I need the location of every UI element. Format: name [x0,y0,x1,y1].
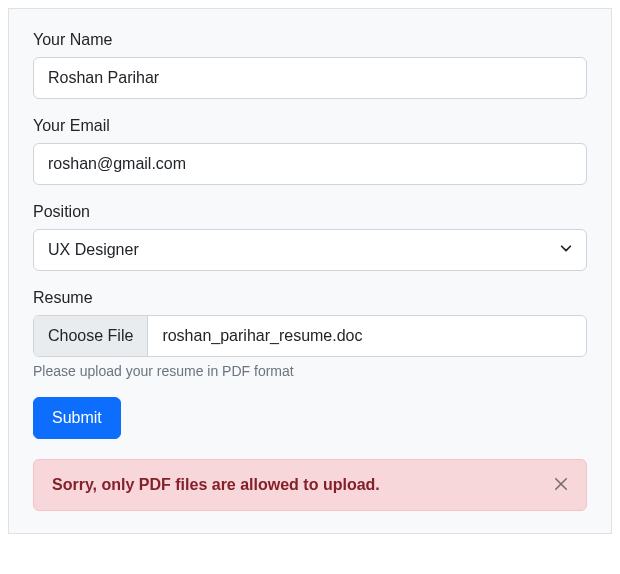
position-label: Position [33,203,587,221]
position-select-wrapper: UX Designer [33,229,587,271]
alert-message: Sorry, only PDF files are allowed to upl… [52,476,380,494]
name-field-group: Your Name [33,31,587,99]
file-input[interactable]: Choose File roshan_parihar_resume.doc [33,315,587,357]
email-field-group: Your Email [33,117,587,185]
name-label: Your Name [33,31,587,49]
resume-hint: Please upload your resume in PDF format [33,363,587,379]
close-icon [554,477,568,494]
form-card: Your Name Your Email Position UX Designe… [8,8,612,534]
submit-button[interactable]: Submit [33,397,121,439]
email-label: Your Email [33,117,587,135]
error-alert: Sorry, only PDF files are allowed to upl… [33,459,587,511]
file-name-display: roshan_parihar_resume.doc [148,316,586,356]
resume-field-group: Resume Choose File roshan_parihar_resume… [33,289,587,379]
alert-close-button[interactable] [554,477,568,494]
name-input[interactable] [33,57,587,99]
choose-file-button[interactable]: Choose File [34,316,148,356]
position-select[interactable]: UX Designer [33,229,587,271]
position-field-group: Position UX Designer [33,203,587,271]
resume-label: Resume [33,289,587,307]
email-input[interactable] [33,143,587,185]
